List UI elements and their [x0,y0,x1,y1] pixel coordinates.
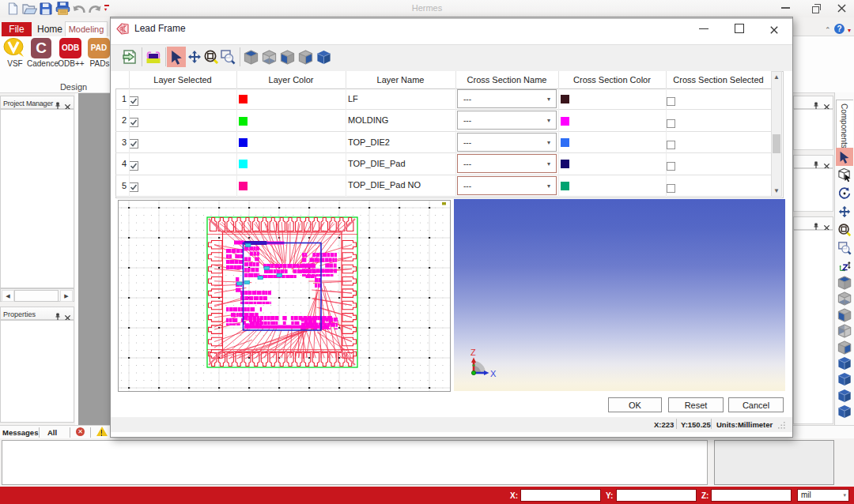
svg-text:Z: Z [470,348,476,357]
svg-text:X: X [490,369,497,378]
